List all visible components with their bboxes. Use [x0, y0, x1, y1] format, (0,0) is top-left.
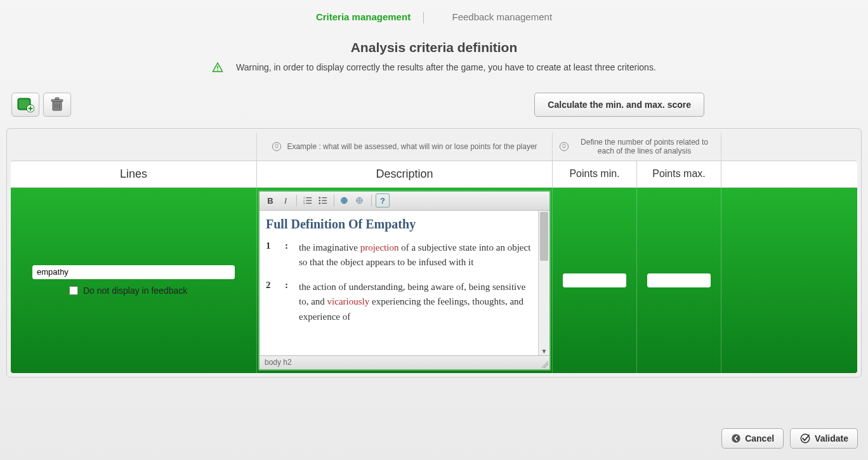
editor-bold-button[interactable]: B — [263, 194, 277, 207]
editor-unlink-button[interactable] — [353, 194, 367, 207]
resize-grip-icon[interactable] — [541, 360, 548, 368]
hint-description: Example : what will be assessed, what wi… — [257, 133, 553, 161]
lightbulb-icon — [559, 141, 569, 152]
globe-unlink-icon — [355, 196, 365, 205]
tab-feedback-management[interactable]: Feedback management — [444, 11, 560, 22]
warning-text: Warning, in order to display correctly t… — [236, 62, 656, 72]
column-header-spacer — [721, 161, 857, 187]
svg-point-1 — [217, 70, 218, 71]
definition-link[interactable]: vicariously — [327, 296, 370, 306]
delete-criterion-button[interactable] — [43, 93, 71, 117]
check-circle-icon — [799, 433, 811, 444]
editor-italic-button[interactable]: I — [279, 194, 293, 207]
editor-heading: Full Definition Of Empathy — [266, 217, 534, 232]
warning-icon — [212, 62, 223, 75]
warning-row: Warning, in order to display correctly t… — [0, 62, 868, 75]
column-header-points-max: Points max. — [637, 161, 721, 187]
svg-rect-9 — [55, 98, 59, 100]
column-header-lines: Lines — [11, 161, 257, 187]
svg-point-23 — [319, 200, 320, 202]
points-max-input[interactable] — [647, 273, 711, 287]
editor-numbered-list-button[interactable]: 123 — [301, 194, 315, 207]
editor-help-button[interactable]: ? — [376, 194, 390, 207]
add-criterion-button[interactable] — [11, 93, 39, 117]
tab-criteria-management[interactable]: Criteria management — [308, 11, 418, 22]
description-editor[interactable]: B I 123 — [258, 190, 551, 371]
globe-link-icon — [340, 196, 350, 205]
svg-text:3: 3 — [303, 202, 305, 205]
no-display-feedback-label[interactable]: Do not display in feedback — [32, 286, 235, 296]
column-header-points-min: Points min. — [553, 161, 637, 187]
trash-icon — [50, 97, 64, 112]
top-nav: Criteria management Feedback management — [0, 0, 868, 23]
svg-point-29 — [732, 434, 740, 442]
definition-number: 1 — [266, 240, 285, 270]
column-header-description: Description — [257, 161, 553, 187]
definition-text: the action of understanding, being aware… — [299, 280, 534, 324]
editor-content-area[interactable]: Full Definition Of Empathy 1 : the imagi… — [260, 211, 549, 355]
cancel-button[interactable]: Cancel — [721, 428, 784, 449]
hint-lines — [11, 133, 257, 161]
editor-toolbar: B I 123 — [260, 192, 549, 211]
lightbulb-icon — [272, 141, 282, 152]
page-title: Analysis criteria definition — [0, 40, 868, 55]
hint-spacer — [721, 133, 857, 161]
criteria-panel: Example : what will be assessed, what wi… — [6, 128, 862, 378]
criterion-row: Do not display in feedback B I 123 — [11, 188, 857, 373]
definition-number: 2 — [266, 280, 285, 324]
points-min-input[interactable] — [563, 273, 626, 287]
definition-text: the imaginative projection of a subjecti… — [299, 240, 534, 270]
bullet-list-icon — [319, 196, 327, 205]
scroll-down-icon[interactable]: ▼ — [539, 346, 549, 355]
editor-status-bar: body h2 — [260, 355, 549, 369]
hint-points: Define the number of points related to e… — [553, 133, 721, 161]
editor-link-button[interactable] — [338, 194, 352, 207]
definition-link[interactable]: projection — [360, 242, 399, 253]
svg-point-25 — [319, 202, 320, 204]
nav-separator — [423, 12, 439, 23]
line-name-input[interactable] — [32, 265, 235, 279]
scroll-thumb[interactable] — [540, 212, 548, 261]
no-display-feedback-checkbox[interactable] — [69, 286, 78, 295]
numbered-list-icon: 123 — [303, 196, 312, 205]
calculate-score-button[interactable]: Calculate the min. and max. score — [534, 93, 704, 117]
svg-point-14 — [560, 142, 568, 150]
validate-button[interactable]: Validate — [790, 428, 858, 449]
arrow-left-circle-icon — [731, 433, 741, 444]
add-page-icon — [16, 97, 34, 112]
editor-scrollbar[interactable]: ▲ ▼ — [538, 211, 549, 355]
svg-point-21 — [319, 197, 320, 199]
editor-bullet-list-button[interactable] — [316, 194, 330, 207]
svg-point-13 — [273, 142, 281, 150]
